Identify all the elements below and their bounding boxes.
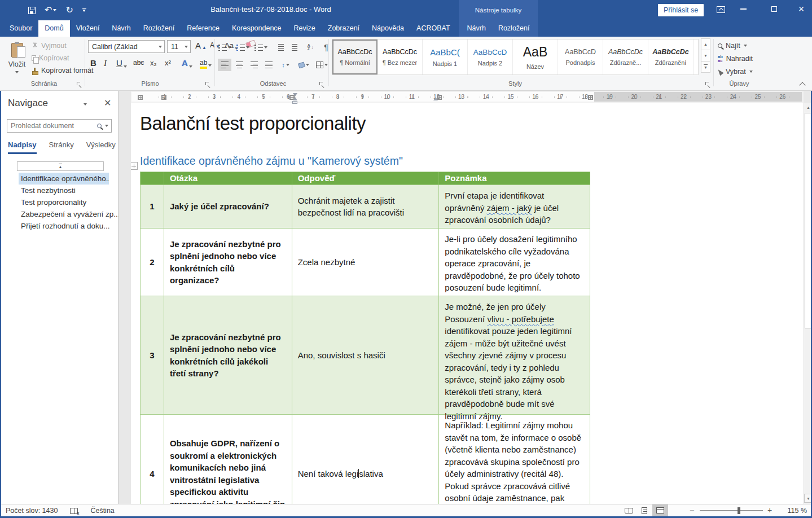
nav-heading-item[interactable]: Test proporcionality: [0, 196, 118, 208]
table-column-marker-icon[interactable]: [588, 95, 593, 100]
navigation-close-icon[interactable]: ✕: [104, 98, 111, 108]
table-column-marker-icon[interactable]: [138, 95, 143, 100]
row-number-cell[interactable]: 4: [141, 415, 164, 504]
align-left-button[interactable]: [218, 59, 231, 71]
answer-cell[interactable]: Ochránit majetek a zajistit bezpečnost l…: [292, 185, 440, 229]
document-title-text[interactable]: Balanční test proporcionality: [140, 113, 366, 134]
note-cell[interactable]: Je možné, že jen pro účely Posouzení vli…: [439, 296, 590, 415]
zoom-out-button[interactable]: −: [690, 506, 695, 515]
style-item[interactable]: AaBbC( Nadpis 1: [423, 39, 468, 74]
question-cell[interactable]: Je zpracování nezbytné pro splnění jedno…: [164, 229, 292, 296]
row-number-cell[interactable]: 2: [141, 229, 164, 296]
ribbon-tab[interactable]: Korespondence: [226, 20, 288, 37]
section-heading[interactable]: Identifikace oprávněného zájmu u "Kamero…: [140, 155, 403, 168]
web-layout-button[interactable]: [652, 504, 668, 516]
grow-font-button[interactable]: A▲: [195, 41, 207, 50]
document-page[interactable]: Balanční test proporcionality Identifika…: [131, 103, 804, 504]
answer-cell[interactable]: Zcela nezbytné: [292, 229, 440, 296]
ribbon-tab[interactable]: Reference: [181, 20, 226, 37]
strikethrough-button[interactable]: abc: [133, 59, 144, 67]
font-dialog-launcher-icon[interactable]: [205, 82, 211, 87]
search-dropdown-icon[interactable]: [105, 125, 108, 127]
nav-heading-item[interactable]: Přijetí rozhodnutí a doku...: [0, 220, 118, 232]
undo-dropdown-icon[interactable]: [53, 9, 56, 11]
undo-button[interactable]: ↶: [45, 6, 56, 15]
find-button[interactable]: Najít: [718, 42, 747, 50]
navigation-search-box[interactable]: [7, 119, 112, 133]
row-number-cell[interactable]: 3: [141, 296, 164, 415]
note-cell[interactable]: Například: Legitimní zájmy mohou stavět …: [439, 415, 590, 504]
print-layout-button[interactable]: [637, 504, 652, 516]
font-name-combo[interactable]: Calibri (Základ: [88, 40, 165, 53]
nav-heading-item[interactable]: Test nezbytnosti: [0, 185, 118, 196]
underline-button[interactable]: U: [116, 59, 127, 68]
shading-button[interactable]: [297, 59, 310, 71]
line-spacing-button[interactable]: ↕: [279, 59, 292, 71]
table-column-marker-icon[interactable]: [161, 95, 166, 100]
language-status[interactable]: Čeština: [90, 507, 114, 515]
sign-in-button[interactable]: Přihlásit se: [658, 4, 704, 16]
bullets-button[interactable]: [218, 41, 231, 54]
highlight-color-button[interactable]: ab: [200, 59, 212, 67]
question-cell[interactable]: Obsahuje GDPR, nařízení o soukromí a ele…: [164, 415, 292, 504]
ribbon-tab[interactable]: Návrh: [106, 20, 137, 37]
close-button[interactable]: ×: [792, 0, 811, 18]
zoom-slider[interactable]: [700, 510, 763, 511]
style-item[interactable]: AaBbCcDc Zdůrazně...: [603, 39, 648, 74]
paste-button[interactable]: Vložit: [5, 39, 29, 88]
navigation-options-icon[interactable]: [84, 103, 87, 106]
borders-button[interactable]: [315, 59, 328, 71]
paragraph-dialog-launcher-icon[interactable]: [319, 82, 325, 87]
bold-button[interactable]: B: [90, 59, 96, 68]
style-item[interactable]: AaBbCcD Podnadpis: [558, 39, 603, 74]
zoom-level[interactable]: 115 %: [780, 507, 807, 515]
minimize-button[interactable]: [734, 0, 753, 18]
ribbon-tab[interactable]: Vložení: [70, 20, 106, 37]
cut-button[interactable]: Vyjmout: [32, 42, 67, 50]
decrease-indent-button[interactable]: [274, 41, 288, 54]
search-icon[interactable]: [97, 124, 102, 128]
justify-button[interactable]: [262, 59, 275, 71]
maximize-button[interactable]: [765, 0, 784, 18]
increase-indent-button[interactable]: [288, 41, 301, 54]
ribbon-tab[interactable]: Domů: [38, 20, 69, 37]
zoom-in-button[interactable]: +: [767, 506, 772, 515]
contextual-tab[interactable]: Rozložení: [492, 20, 536, 37]
sort-button[interactable]: AZ↓: [304, 41, 317, 54]
collapse-ribbon-button[interactable]: [799, 82, 805, 88]
hanging-indent-marker[interactable]: [293, 97, 297, 100]
search-input[interactable]: [7, 122, 97, 130]
navigation-tab[interactable]: Výsledky: [86, 141, 116, 154]
clipboard-dialog-launcher-icon[interactable]: [77, 82, 82, 87]
style-item[interactable]: AaBbCcDc ¶ Bez mezer: [378, 39, 423, 74]
navigation-tab[interactable]: Nadpisy: [8, 141, 37, 154]
answer-cell[interactable]: Ano, souvislost s hasiči: [292, 296, 440, 415]
column-header[interactable]: Poznámka: [439, 172, 590, 185]
column-header[interactable]: Otázka: [164, 172, 292, 185]
align-right-button[interactable]: [247, 59, 261, 71]
numbering-button[interactable]: [236, 41, 249, 54]
gallery-scroll-up-button[interactable]: ▲: [701, 38, 710, 50]
question-cell[interactable]: Jaký je účel zpracování?: [164, 185, 292, 229]
superscript-button[interactable]: x²: [165, 59, 171, 67]
horizontal-ruler[interactable]: 1234567891011121314151617181920212223242…: [131, 92, 802, 103]
answer-cell[interactable]: Není taková legislativa: [292, 415, 440, 504]
font-size-combo[interactable]: 11: [167, 40, 191, 53]
subscript-button[interactable]: x₂: [150, 59, 157, 67]
ribbon-tab[interactable]: ACROBAT: [410, 20, 457, 37]
style-item[interactable]: AaBbCcDc ¶ Normální: [332, 39, 378, 74]
nav-heading-item[interactable]: Identifikace oprávněného...: [19, 173, 109, 185]
left-indent-marker[interactable]: [292, 101, 297, 104]
align-center-button[interactable]: [232, 59, 246, 71]
multilevel-list-button[interactable]: [254, 41, 267, 54]
proofing-status-icon[interactable]: [70, 508, 78, 514]
contextual-tab[interactable]: Návrh: [461, 20, 492, 37]
ribbon-tab[interactable]: Soubor: [3, 20, 38, 37]
ribbon-tab[interactable]: Nápověda: [366, 20, 410, 37]
first-line-indent-marker[interactable]: [293, 93, 297, 96]
redo-button[interactable]: ↻: [65, 6, 73, 15]
italic-button[interactable]: I: [104, 59, 107, 68]
ribbon-tab[interactable]: Revize: [288, 20, 322, 37]
show-formatting-marks-button[interactable]: ¶: [319, 41, 333, 54]
select-button[interactable]: Vybrat: [718, 68, 753, 76]
